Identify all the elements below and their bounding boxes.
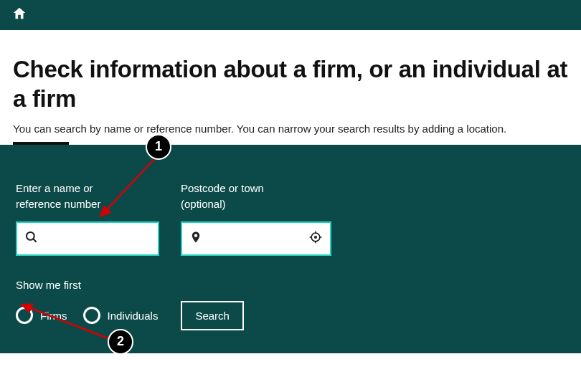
postcode-input-wrap[interactable]: [181, 221, 331, 256]
svg-line-4: [34, 239, 37, 242]
annotation-badge-2: 2: [108, 329, 133, 353]
top-navbar: [0, 0, 581, 30]
search-panel: 1 2 Enter a name or reference number Pos…: [0, 145, 581, 353]
radio-circle-icon: [16, 307, 33, 324]
postcode-field-label: Postcode or town (optional): [181, 181, 331, 213]
content-area: Check information about a firm, or an in…: [0, 30, 581, 145]
radio-firms-label: Firms: [40, 310, 67, 322]
search-icon: [24, 230, 39, 247]
show-me-first-label: Show me first: [16, 279, 565, 291]
svg-point-10: [315, 236, 317, 238]
search-button[interactable]: Search: [181, 301, 244, 330]
form-row: Enter a name or reference number Postcod…: [16, 181, 565, 256]
name-field-group: Enter a name or reference number: [16, 181, 159, 256]
show-me-first-section: Show me first Firms Individuals Search: [16, 279, 565, 330]
radio-circle-icon: [83, 307, 100, 324]
page-title: Check information about a firm, or an in…: [13, 54, 568, 114]
name-input[interactable]: [44, 232, 151, 244]
radio-row: Firms Individuals Search: [16, 301, 565, 330]
radio-individuals-label: Individuals: [108, 310, 159, 322]
postcode-input[interactable]: [208, 232, 303, 244]
postcode-field-group: Postcode or town (optional): [181, 181, 331, 256]
name-input-wrap[interactable]: [16, 221, 159, 256]
annotation-badge-1: 1: [146, 134, 171, 160]
radio-individuals[interactable]: Individuals: [83, 307, 159, 324]
name-field-label: Enter a name or reference number: [16, 181, 159, 213]
home-icon[interactable]: [11, 6, 27, 24]
page-subtitle: You can search by name or reference numb…: [13, 123, 568, 135]
locate-icon[interactable]: [308, 230, 323, 247]
radio-firms[interactable]: Firms: [16, 307, 67, 324]
svg-point-3: [27, 231, 34, 239]
location-pin-icon: [189, 230, 202, 247]
